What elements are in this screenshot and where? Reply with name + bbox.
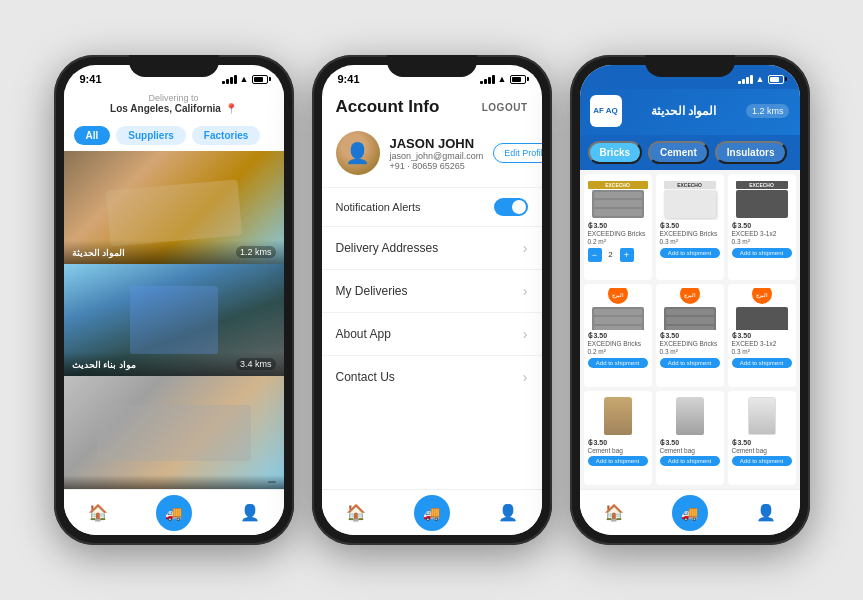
card-overlay-3: [64, 475, 284, 489]
product-price-0: ₲ 3.50: [588, 222, 608, 230]
product-cell-5[interactable]: البرج ₲ 3.50 EXCEED 3-1x20.3 m² Add to s…: [728, 284, 796, 386]
phone3-header: AF AQ المواد الحديثة 1.2 kms: [580, 89, 800, 135]
qty-plus-0[interactable]: +: [620, 248, 634, 262]
wifi-icon-3: ▲: [756, 74, 765, 84]
home-nav-2[interactable]: 🏠: [346, 503, 366, 522]
account-header: Account Info LOGOUT: [322, 89, 542, 123]
notification-label: Notification Alerts: [336, 201, 421, 213]
wifi-icon-1: ▲: [240, 74, 249, 84]
add-shipment-7[interactable]: Add to shipment: [660, 456, 720, 466]
tab-insulators[interactable]: Insulators: [715, 141, 787, 164]
card-overlay-1: المواد الحديثة 1.2 kms: [64, 240, 284, 264]
product-card-3[interactable]: [64, 376, 284, 489]
add-shipment-1[interactable]: Add to shipment: [660, 248, 720, 258]
time-2: 9:41: [338, 73, 360, 85]
profile-nav-3[interactable]: 👤: [756, 503, 776, 522]
product-cell-3[interactable]: البرج ₲ 3.50 EXCEDING Bricks0.2 m² Add t…: [584, 284, 652, 386]
card-dist-2: 3.4 kms: [236, 358, 276, 370]
filter-all[interactable]: All: [74, 126, 111, 145]
profile-email: jason_john@gmail.com: [390, 151, 484, 161]
product-name-0: EXCEEDING Bricks0.2 m²: [588, 230, 646, 246]
add-shipment-4[interactable]: Add to shipment: [660, 358, 720, 368]
add-shipment-2[interactable]: Add to shipment: [732, 248, 792, 258]
profile-info: JASON JOHN jason_john@gmail.com +91 · 80…: [390, 136, 484, 171]
product-name-2: EXCEED 3-1x20.3 m²: [732, 230, 777, 246]
avatar: 👤: [336, 131, 380, 175]
menu-item-my-deliveries[interactable]: My Deliveries ›: [322, 269, 542, 312]
filter-factories[interactable]: Factories: [192, 126, 260, 145]
notification-row: Notification Alerts: [322, 187, 542, 226]
add-shipment-5[interactable]: Add to shipment: [732, 358, 792, 368]
product-cell-8[interactable]: ₲ 3.50 Cement bag Add to shipment: [728, 391, 796, 485]
notification-toggle[interactable]: [494, 198, 528, 216]
add-shipment-3[interactable]: Add to shipment: [588, 358, 648, 368]
product-img-7: [660, 395, 720, 437]
product-card-1[interactable]: المواد الحديثة 1.2 kms: [64, 151, 284, 264]
product-name-1: EXCEEDING Bricks0.3 m²: [660, 230, 718, 246]
status-icons-3: ▲: [738, 74, 784, 84]
product-img-0: EXCECHO: [588, 178, 648, 220]
card-img-3: [64, 376, 284, 489]
battery-3: [768, 75, 784, 84]
profile-nav-2[interactable]: 👤: [498, 503, 518, 522]
tab-bricks[interactable]: Bricks: [588, 141, 643, 164]
filter-suppliers[interactable]: Suppliers: [116, 126, 186, 145]
product-img-5: البرج: [732, 288, 792, 330]
product-cell-1[interactable]: EXCECHO ₲ 3.50 EXCEEDING Bricks0.3 m² Ad…: [656, 174, 724, 280]
product-cell-7[interactable]: ₲ 3.50 Cement bag Add to shipment: [656, 391, 724, 485]
delivering-label: Delivering to: [148, 93, 198, 103]
product-name-4: EXCEEDING Bricks0.3 m²: [660, 340, 718, 356]
delivery-nav-3[interactable]: 🚚: [672, 495, 708, 531]
location-pin-icon: 📍: [225, 103, 237, 114]
home-nav-3[interactable]: 🏠: [604, 503, 624, 522]
profile-nav-1[interactable]: 👤: [240, 503, 260, 522]
card-dist-1: 1.2 kms: [236, 246, 276, 258]
product-cell-6[interactable]: ₲ 3.50 Cement bag Add to shipment: [584, 391, 652, 485]
delivery-nav-1[interactable]: 🚚: [156, 495, 192, 531]
signal-2: [480, 74, 495, 84]
add-shipment-6[interactable]: Add to shipment: [588, 456, 648, 466]
add-shipment-8[interactable]: Add to shipment: [732, 456, 792, 466]
qty-val-0: 2: [605, 250, 617, 259]
phone3-title: المواد الحديثة: [651, 104, 716, 118]
menu-item-label-about-app: About App: [336, 327, 391, 341]
bottom-nav-2: 🏠 🚚 👤: [322, 489, 542, 535]
bottom-nav-1: 🏠 🚚 👤: [64, 489, 284, 535]
products-grid: EXCECHO ₲ 3.50 EXCEEDING Bricks0.2 m² −: [580, 170, 800, 489]
logout-button[interactable]: LOGOUT: [482, 102, 528, 113]
delivery-nav-2[interactable]: 🚚: [414, 495, 450, 531]
notch-1: [129, 55, 219, 77]
qty-minus-0[interactable]: −: [588, 248, 602, 262]
product-name-8: Cement bag: [732, 447, 767, 455]
phone-3: ▲ AF AQ المواد الحديثة 1.2 kms Bricks Ce…: [570, 55, 810, 545]
product-cell-4[interactable]: البرج ₲ 3.50 EXCEEDING Bricks0.3 m² Add …: [656, 284, 724, 386]
product-name-6: Cement bag: [588, 447, 623, 455]
menu-item-delivery-addresses[interactable]: Delivery Addresses ›: [322, 226, 542, 269]
cards-area: المواد الحديثة 1.2 kms مواد بناء الحديث …: [64, 151, 284, 489]
avatar-image: 👤: [336, 131, 380, 175]
product-img-1: EXCECHO: [660, 178, 720, 220]
menu-item-about-app[interactable]: About App ›: [322, 312, 542, 355]
chevron-icon-1: ›: [523, 283, 528, 299]
product-price-8: ₲ 3.50: [732, 439, 752, 447]
menu-item-contact-us[interactable]: Contact Us ›: [322, 355, 542, 398]
home-nav-1[interactable]: 🏠: [88, 503, 108, 522]
product-price-6: ₲ 3.50: [588, 439, 608, 447]
status-icons-1: ▲: [222, 74, 268, 84]
product-price-5: ₲ 3.50: [732, 332, 752, 340]
product-price-4: ₲ 3.50: [660, 332, 680, 340]
signal-3: [738, 74, 753, 84]
tab-cement[interactable]: Cement: [648, 141, 709, 164]
product-name-5: EXCEED 3-1x20.3 m²: [732, 340, 777, 356]
edit-profile-button[interactable]: Edit Profile: [493, 143, 541, 163]
account-title: Account Info: [336, 97, 440, 117]
profile-section: 👤 JASON JOHN jason_john@gmail.com +91 · …: [322, 123, 542, 187]
menu-item-label-contact-us: Contact Us: [336, 370, 395, 384]
battery-2: [510, 75, 526, 84]
phone1-header: Delivering to Los Angeles, California 📍: [64, 89, 284, 120]
product-cell-2[interactable]: EXCECHO ₲ 3.50 EXCEED 3-1x20.3 m² Add to…: [728, 174, 796, 280]
phone3-distance: 1.2 kms: [746, 104, 790, 118]
product-card-2[interactable]: مواد بناء الحديث 3.4 kms: [64, 264, 284, 377]
product-price-3: ₲ 3.50: [588, 332, 608, 340]
product-cell-0[interactable]: EXCECHO ₲ 3.50 EXCEEDING Bricks0.2 m² −: [584, 174, 652, 280]
